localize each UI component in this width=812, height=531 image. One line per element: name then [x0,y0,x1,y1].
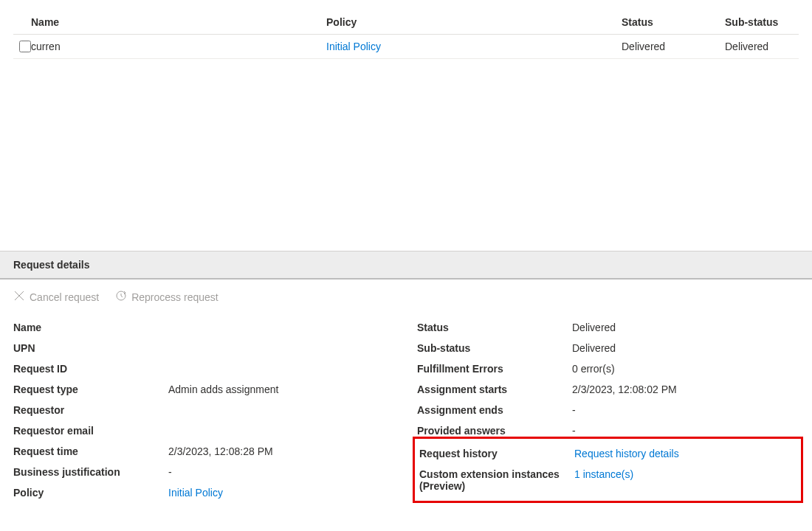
details-left-column: Name UPN Request ID Request typeAdmin ad… [13,317,395,503]
details-right-column: StatusDelivered Sub-statusDelivered Fulf… [417,317,799,503]
label-assignment-starts: Assignment starts [417,384,572,395]
label-name: Name [13,322,168,333]
table-row[interactable]: curren Initial Policy Delivered Delivere… [13,35,799,59]
value-assignment-starts: 2/3/2023, 12:08:02 PM [572,384,799,395]
details-toolbar: Cancel request Reprocess request [0,280,812,317]
value-requestor [168,404,395,416]
request-history-details-link[interactable]: Request history details [574,448,679,459]
highlight-annotation: Request historyRequest history details C… [413,437,803,503]
table-header-row: Name Policy Status Sub-status [13,13,799,35]
col-header-policy[interactable]: Policy [326,16,622,28]
label-request-type: Request type [13,384,168,395]
close-icon [13,290,25,304]
value-name [168,322,395,333]
label-upn: UPN [13,342,168,354]
cell-substatus: Delivered [725,41,799,52]
value-substatus: Delivered [572,342,799,354]
value-request-type: Admin adds assignment [168,384,395,395]
label-request-time: Request time [13,445,168,457]
cancel-request-label: Cancel request [30,291,99,303]
value-policy-link[interactable]: Initial Policy [168,487,223,499]
request-details-header: Request details [0,251,812,280]
label-request-id: Request ID [13,363,168,375]
value-fulfillment-errors: 0 error(s) [572,363,799,375]
label-status: Status [417,322,572,333]
cell-policy-link[interactable]: Initial Policy [326,41,381,52]
label-request-history: Request history [419,448,574,459]
label-fulfillment-errors: Fulfillment Errors [417,363,572,375]
reprocess-icon [115,290,127,304]
reprocess-request-button[interactable]: Reprocess request [115,290,219,304]
details-grid: Name UPN Request ID Request typeAdmin ad… [0,317,812,503]
requests-table: Name Policy Status Sub-status curren Ini… [0,0,812,251]
label-assignment-ends: Assignment ends [417,404,572,416]
value-status: Delivered [572,322,799,333]
cell-name: curren [31,41,326,52]
value-assignment-ends: - [572,404,799,416]
custom-extension-instances-link[interactable]: 1 instance(s) [574,468,633,480]
col-header-name[interactable]: Name [31,16,326,28]
col-header-status[interactable]: Status [622,16,725,28]
label-custom-extension-instances: Custom extension instances (Preview) [419,468,574,492]
value-upn [168,342,395,354]
col-header-substatus[interactable]: Sub-status [725,16,799,28]
value-provided-answers: - [572,425,799,437]
value-request-time: 2/3/2023, 12:08:28 PM [168,445,395,457]
cell-status: Delivered [622,41,725,52]
cancel-request-button[interactable]: Cancel request [13,290,99,304]
label-policy: Policy [13,487,168,499]
reprocess-request-label: Reprocess request [131,291,219,303]
row-checkbox[interactable] [19,41,31,52]
label-requestor-email: Requestor email [13,425,168,437]
label-provided-answers: Provided answers [417,425,572,437]
value-request-id [168,363,395,375]
value-requestor-email [168,425,395,437]
label-substatus: Sub-status [417,342,572,354]
label-requestor: Requestor [13,404,168,416]
value-business-justification: - [168,466,395,478]
label-business-justification: Business justification [13,466,168,478]
